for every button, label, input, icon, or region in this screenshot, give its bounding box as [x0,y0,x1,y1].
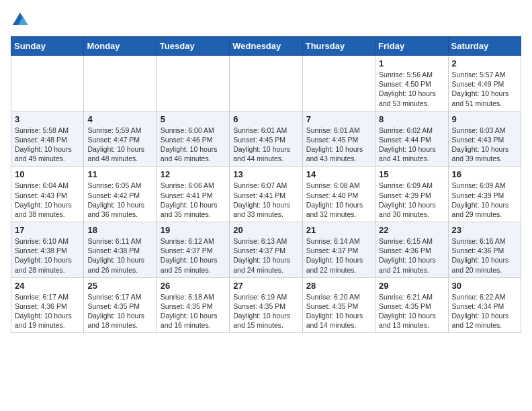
day-number: 12 [161,169,226,179]
calendar-cell: 29Sunrise: 6:21 AMSunset: 4:35 PMDayligh… [375,277,448,333]
calendar-cell: 15Sunrise: 6:09 AMSunset: 4:39 PMDayligh… [375,167,448,222]
calendar-week-1: 1Sunrise: 5:56 AMSunset: 4:50 PMDaylight… [11,56,521,111]
weekday-header-tuesday: Tuesday [157,37,229,56]
day-info: Sunrise: 6:07 AMSunset: 4:41 PMDaylight:… [233,181,298,219]
day-number: 11 [87,169,152,179]
calendar-cell [11,56,84,111]
day-info: Sunrise: 6:15 AMSunset: 4:36 PMDaylight:… [379,236,444,275]
calendar-cell: 4Sunrise: 5:59 AMSunset: 4:47 PMDaylight… [84,111,157,167]
calendar-cell: 2Sunrise: 5:57 AMSunset: 4:49 PMDaylight… [448,56,521,111]
day-info: Sunrise: 5:56 AMSunset: 4:50 PMDaylight:… [379,70,444,108]
calendar-cell: 19Sunrise: 6:12 AMSunset: 4:37 PMDayligh… [157,222,229,278]
calendar-cell: 16Sunrise: 6:09 AMSunset: 4:39 PMDayligh… [448,167,521,222]
calendar-cell: 10Sunrise: 6:04 AMSunset: 4:43 PMDayligh… [11,167,84,222]
day-number: 21 [306,225,371,235]
day-number: 25 [87,281,152,291]
day-info: Sunrise: 6:20 AMSunset: 4:35 PMDaylight:… [306,292,371,330]
day-number: 23 [452,225,517,235]
day-number: 28 [306,281,371,291]
calendar-week-5: 24Sunrise: 6:17 AMSunset: 4:36 PMDayligh… [11,277,521,333]
day-number: 5 [161,114,226,124]
day-info: Sunrise: 6:09 AMSunset: 4:39 PMDaylight:… [379,181,444,219]
weekday-header-sunday: Sunday [11,37,84,56]
day-number: 15 [379,169,444,179]
weekday-header-friday: Friday [375,37,448,56]
calendar-cell: 26Sunrise: 6:18 AMSunset: 4:35 PMDayligh… [157,277,229,333]
weekday-header-saturday: Saturday [448,37,521,56]
day-info: Sunrise: 6:21 AMSunset: 4:35 PMDaylight:… [379,292,444,330]
calendar-body: 1Sunrise: 5:56 AMSunset: 4:50 PMDaylight… [11,56,521,333]
logo [11,11,32,30]
day-number: 22 [379,225,444,235]
calendar-cell: 11Sunrise: 6:05 AMSunset: 4:42 PMDayligh… [84,167,157,222]
day-number: 4 [87,114,152,124]
day-number: 30 [452,281,517,291]
calendar-cell: 27Sunrise: 6:19 AMSunset: 4:35 PMDayligh… [230,277,302,333]
calendar-cell: 5Sunrise: 6:00 AMSunset: 4:46 PMDaylight… [157,111,229,167]
calendar-cell: 7Sunrise: 6:01 AMSunset: 4:45 PMDaylight… [302,111,375,167]
calendar-cell: 23Sunrise: 6:16 AMSunset: 4:36 PMDayligh… [448,222,521,278]
day-info: Sunrise: 6:04 AMSunset: 4:43 PMDaylight:… [15,181,80,219]
day-info: Sunrise: 6:01 AMSunset: 4:45 PMDaylight:… [306,126,371,164]
calendar-cell: 13Sunrise: 6:07 AMSunset: 4:41 PMDayligh… [230,167,302,222]
calendar-header: SundayMondayTuesdayWednesdayThursdayFrid… [11,37,521,56]
day-info: Sunrise: 6:17 AMSunset: 4:35 PMDaylight:… [87,292,152,330]
day-number: 17 [15,225,80,235]
calendar-cell: 18Sunrise: 6:11 AMSunset: 4:38 PMDayligh… [84,222,157,278]
calendar-table: SundayMondayTuesdayWednesdayThursdayFrid… [11,36,521,333]
day-info: Sunrise: 6:10 AMSunset: 4:38 PMDaylight:… [15,236,80,275]
calendar-cell: 8Sunrise: 6:02 AMSunset: 4:44 PMDaylight… [375,111,448,167]
weekday-row: SundayMondayTuesdayWednesdayThursdayFrid… [11,37,521,56]
day-number: 14 [306,169,371,179]
day-number: 7 [306,114,371,124]
calendar-cell: 25Sunrise: 6:17 AMSunset: 4:35 PMDayligh… [84,277,157,333]
day-info: Sunrise: 6:03 AMSunset: 4:43 PMDaylight:… [452,126,517,164]
day-info: Sunrise: 6:17 AMSunset: 4:36 PMDaylight:… [15,292,80,330]
day-info: Sunrise: 6:11 AMSunset: 4:38 PMDaylight:… [87,236,152,275]
day-info: Sunrise: 6:06 AMSunset: 4:41 PMDaylight:… [161,181,226,219]
calendar-cell: 9Sunrise: 6:03 AMSunset: 4:43 PMDaylight… [448,111,521,167]
header [11,11,521,30]
day-info: Sunrise: 6:16 AMSunset: 4:36 PMDaylight:… [452,236,517,275]
logo-icon [11,11,30,30]
day-number: 9 [452,114,517,124]
calendar-cell [302,56,375,111]
day-info: Sunrise: 6:01 AMSunset: 4:45 PMDaylight:… [233,126,298,164]
day-number: 18 [87,225,152,235]
day-info: Sunrise: 6:14 AMSunset: 4:37 PMDaylight:… [306,236,371,275]
day-info: Sunrise: 6:08 AMSunset: 4:40 PMDaylight:… [306,181,371,219]
calendar-week-2: 3Sunrise: 5:58 AMSunset: 4:48 PMDaylight… [11,111,521,167]
day-info: Sunrise: 6:13 AMSunset: 4:37 PMDaylight:… [233,236,298,275]
day-number: 19 [161,225,226,235]
day-info: Sunrise: 6:18 AMSunset: 4:35 PMDaylight:… [161,292,226,330]
weekday-header-monday: Monday [84,37,157,56]
day-number: 20 [233,225,298,235]
day-info: Sunrise: 6:12 AMSunset: 4:37 PMDaylight:… [161,236,226,275]
calendar-week-4: 17Sunrise: 6:10 AMSunset: 4:38 PMDayligh… [11,222,521,278]
calendar-cell: 3Sunrise: 5:58 AMSunset: 4:48 PMDaylight… [11,111,84,167]
calendar-cell: 20Sunrise: 6:13 AMSunset: 4:37 PMDayligh… [230,222,302,278]
day-number: 10 [15,169,80,179]
weekday-header-thursday: Thursday [302,37,375,56]
calendar-week-3: 10Sunrise: 6:04 AMSunset: 4:43 PMDayligh… [11,167,521,222]
calendar-cell: 30Sunrise: 6:22 AMSunset: 4:34 PMDayligh… [448,277,521,333]
calendar-cell: 12Sunrise: 6:06 AMSunset: 4:41 PMDayligh… [157,167,229,222]
day-number: 6 [233,114,298,124]
weekday-header-wednesday: Wednesday [230,37,302,56]
calendar-cell: 21Sunrise: 6:14 AMSunset: 4:37 PMDayligh… [302,222,375,278]
day-number: 2 [452,58,517,68]
calendar-cell: 6Sunrise: 6:01 AMSunset: 4:45 PMDaylight… [230,111,302,167]
day-number: 1 [379,58,444,68]
calendar-cell [84,56,157,111]
calendar-cell: 17Sunrise: 6:10 AMSunset: 4:38 PMDayligh… [11,222,84,278]
day-info: Sunrise: 5:58 AMSunset: 4:48 PMDaylight:… [15,126,80,164]
day-number: 3 [15,114,80,124]
calendar-cell: 14Sunrise: 6:08 AMSunset: 4:40 PMDayligh… [302,167,375,222]
day-number: 13 [233,169,298,179]
day-info: Sunrise: 6:00 AMSunset: 4:46 PMDaylight:… [161,126,226,164]
calendar-cell [157,56,229,111]
day-info: Sunrise: 6:19 AMSunset: 4:35 PMDaylight:… [233,292,298,330]
day-number: 24 [15,281,80,291]
day-info: Sunrise: 6:09 AMSunset: 4:39 PMDaylight:… [452,181,517,219]
day-info: Sunrise: 5:57 AMSunset: 4:49 PMDaylight:… [452,70,517,108]
